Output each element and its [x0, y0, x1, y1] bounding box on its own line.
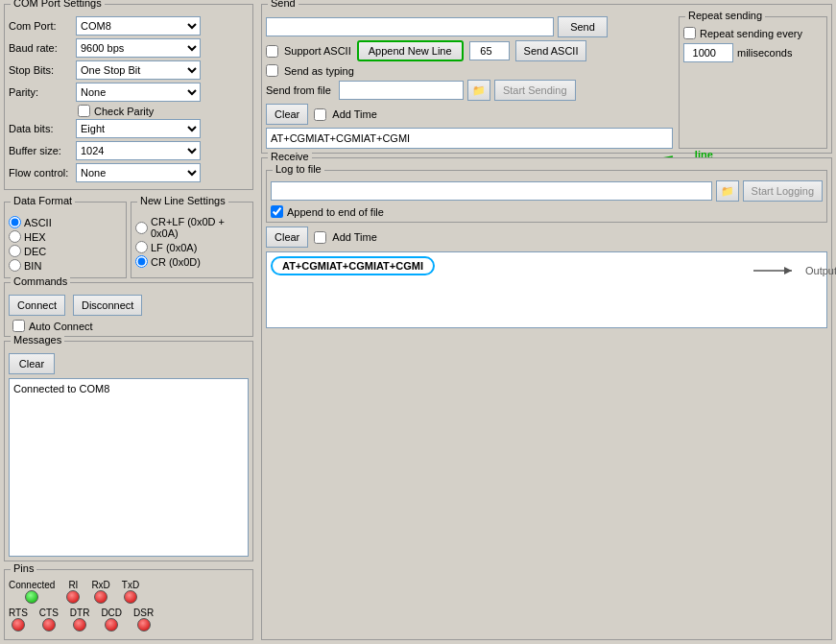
- com-port-select[interactable]: COM8: [76, 16, 201, 36]
- size-input[interactable]: [469, 41, 510, 60]
- add-time-label: Add Time: [332, 108, 376, 120]
- pin-rxd: RxD: [91, 580, 109, 604]
- connect-button[interactable]: Connect: [9, 295, 65, 316]
- log-to-file-title: Log to file: [273, 163, 324, 175]
- pin-rxd-label: RxD: [91, 580, 109, 590]
- auto-connect-checkbox[interactable]: [12, 320, 25, 332]
- send-textarea[interactable]: AT+CGMIAT+CGMIAT+CGMI: [266, 128, 673, 149]
- repeat-sending-checkbox[interactable]: [683, 27, 696, 39]
- receive-output[interactable]: AT+CGMIAT+CGMIAT+CGMI: [266, 251, 827, 328]
- cr-label: CR (0x0D): [151, 256, 201, 268]
- start-logging-button[interactable]: Start Logging: [743, 180, 823, 202]
- send-input[interactable]: AT+CGMI: [266, 17, 554, 36]
- com-port-label: Com Port:: [9, 20, 76, 32]
- send-as-typing-checkbox[interactable]: [266, 64, 278, 77]
- com-port-settings-group: COM Port Settings Com Port: COM8 Baud ra…: [4, 4, 253, 190]
- pin-cts-label: CTS: [39, 608, 59, 618]
- support-ascii-label: Support ASCII: [284, 45, 351, 57]
- stop-bits-select[interactable]: One Stop Bit: [76, 60, 201, 80]
- messages-clear-button[interactable]: Clear: [9, 353, 55, 374]
- receive-add-time-label: Add Time: [332, 231, 376, 243]
- parity-select[interactable]: None: [76, 83, 201, 102]
- receive-add-time-checkbox[interactable]: [314, 231, 326, 244]
- check-parity-checkbox[interactable]: [78, 105, 90, 117]
- start-sending-button[interactable]: Start Sending: [494, 80, 576, 101]
- baud-rate-select[interactable]: 9600 bps: [76, 38, 201, 58]
- dec-radio[interactable]: [9, 245, 21, 257]
- log-to-file-group: Log to file 📁 Start Logging Append to en…: [266, 170, 827, 223]
- interval-input[interactable]: 1000: [683, 43, 733, 62]
- log-browse-button[interactable]: 📁: [716, 180, 739, 202]
- data-bits-label: Data bits:: [9, 123, 76, 134]
- pin-cts: CTS: [39, 608, 59, 632]
- pin-rxd-led: [94, 590, 107, 604]
- append-new-line-button[interactable]: Append New Line: [357, 40, 464, 61]
- flow-control-select[interactable]: None: [76, 163, 201, 182]
- pin-connected-label: Connected: [9, 580, 55, 590]
- pin-dcd: DCD: [101, 608, 122, 632]
- append-end-checkbox[interactable]: [271, 205, 283, 218]
- buffer-size-label: Buffer size:: [9, 145, 76, 156]
- pins-group: Pins Connected RI RxD TxD: [4, 569, 253, 640]
- commands-title: Commands: [11, 275, 70, 287]
- pin-ri: RI: [66, 580, 80, 604]
- data-format-group: Data Format ASCII HEX DEC BIN: [4, 202, 127, 278]
- pin-connected-led: [25, 590, 38, 604]
- pin-txd: TxD: [122, 580, 139, 604]
- pin-txd-label: TxD: [122, 580, 139, 590]
- pin-dcd-label: DCD: [101, 608, 122, 618]
- hex-radio[interactable]: [9, 230, 21, 243]
- repeat-sending-group: Repeat sending Repeat sending every 1000…: [679, 16, 827, 149]
- com-port-settings-title: COM Port Settings: [11, 0, 105, 9]
- buffer-size-select[interactable]: 1024: [76, 141, 201, 160]
- receive-text-content: AT+CGMIAT+CGMIAT+CGMI: [271, 256, 435, 275]
- ascii-label: ASCII: [24, 217, 52, 228]
- send-group: Send AT+CGMI Send Support ASCII Append N…: [261, 4, 832, 154]
- send-ascii-button[interactable]: Send ASCII: [515, 40, 587, 61]
- data-bits-select[interactable]: Eight: [76, 119, 201, 138]
- pin-ri-led: [66, 590, 80, 604]
- lf-radio[interactable]: [135, 241, 148, 253]
- receive-clear-button[interactable]: Clear: [266, 227, 308, 248]
- data-format-title: Data Format: [11, 195, 75, 206]
- new-line-settings-title: New Line Settings: [137, 195, 228, 206]
- pins-title: Pins: [11, 562, 36, 574]
- milliseconds-label: miliseconds: [737, 47, 792, 59]
- send-clear-button[interactable]: Clear: [266, 104, 308, 125]
- send-as-typing-label: Send as typing: [284, 65, 354, 77]
- pin-dtr-label: DTR: [70, 608, 90, 618]
- append-end-label: Append to end of file: [287, 206, 384, 218]
- disconnect-button[interactable]: Disconnect: [73, 295, 142, 316]
- lf-label: LF (0x0A): [151, 242, 197, 253]
- pin-dsr-label: DSR: [133, 608, 154, 618]
- dec-label: DEC: [24, 246, 46, 257]
- cr-radio[interactable]: [135, 255, 148, 268]
- pin-dtr: DTR: [70, 608, 90, 632]
- pin-cts-led: [42, 618, 56, 632]
- repeat-sending-title: Repeat sending: [685, 10, 765, 21]
- bin-label: BIN: [24, 260, 41, 272]
- add-time-checkbox[interactable]: [314, 108, 326, 121]
- log-path-input[interactable]: [271, 181, 712, 201]
- auto-connect-label: Auto Connect: [29, 321, 93, 332]
- send-text-content: AT+CGMIAT+CGMIAT+CGMI: [271, 132, 410, 144]
- messages-group: Messages Clear Connected to COM8: [4, 341, 253, 561]
- hex-label: HEX: [24, 231, 46, 243]
- ascii-radio[interactable]: [9, 216, 21, 228]
- parity-label: Parity:: [9, 86, 76, 98]
- send-button[interactable]: Send: [558, 16, 608, 37]
- pin-rts-label: RTS: [9, 608, 28, 618]
- pin-dsr-led: [137, 618, 151, 632]
- flow-control-label: Flow control:: [9, 167, 76, 179]
- pin-connected: Connected: [9, 580, 55, 604]
- stop-bits-label: Stop Bits:: [9, 64, 76, 76]
- crlf-radio[interactable]: [135, 222, 148, 234]
- crlf-label: CR+LF (0x0D + 0x0A): [151, 216, 249, 239]
- bin-radio[interactable]: [9, 259, 21, 272]
- support-ascii-checkbox[interactable]: [266, 45, 278, 58]
- file-path-input[interactable]: [339, 81, 464, 100]
- new-line-settings-group: New Line Settings CR+LF (0x0D + 0x0A) LF…: [131, 202, 253, 278]
- pin-ri-label: RI: [68, 580, 78, 590]
- commands-group: Commands Connect Disconnect Auto Connect: [4, 282, 253, 337]
- file-browse-button[interactable]: 📁: [467, 80, 490, 101]
